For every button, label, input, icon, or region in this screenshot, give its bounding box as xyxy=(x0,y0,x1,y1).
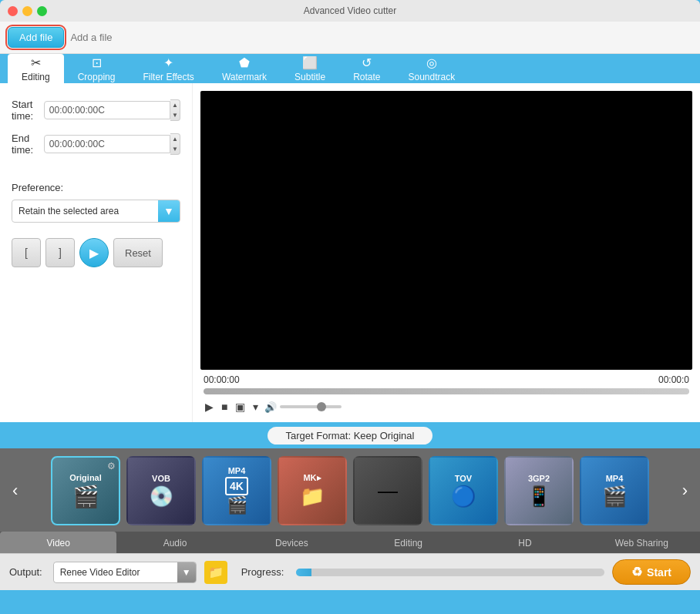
tab-filter-effects[interactable]: ✦ Filter Effects xyxy=(129,54,207,83)
volume-slider[interactable] xyxy=(280,405,342,408)
tab-soundtrack[interactable]: ◎ Soundtrack xyxy=(395,54,469,83)
volume-icon: 🔊 xyxy=(264,401,277,413)
format-item-3gp2[interactable]: 3GP2 📱 xyxy=(504,456,574,525)
format-tab-hd-label: HD xyxy=(518,538,531,549)
format-tab-hd[interactable]: HD xyxy=(466,532,583,553)
format-3gp2-icon: 📱 xyxy=(527,485,551,508)
title-bar: Advanced Video cutter xyxy=(0,0,700,22)
format-3gp2-label: 3GP2 xyxy=(528,474,550,483)
format-mp4-2-icon: 🎬 xyxy=(602,485,627,508)
format-item-mp4-4k[interactable]: MP4 4K 🎬 xyxy=(202,456,271,525)
format-tab-editing-label: Editing xyxy=(394,538,422,549)
format-dark-icon: — xyxy=(378,479,398,503)
screenshot-button[interactable]: ▣ xyxy=(234,399,247,414)
preference-label: Preference: xyxy=(12,182,180,193)
timeline-fill xyxy=(204,388,689,394)
add-file-input[interactable] xyxy=(70,32,692,43)
format-tov-icon: 🔵 xyxy=(451,485,476,508)
progress-bar xyxy=(296,569,604,576)
left-panel: Start time: ▲ ▼ End time: ▲ ▼ Preference… xyxy=(0,83,193,422)
start-button[interactable]: ♻ Start xyxy=(612,559,691,585)
format-tab-video[interactable]: Video xyxy=(0,532,116,553)
start-time-row: Start time: ▲ ▼ xyxy=(12,99,180,122)
playback-start-time: 00:00:00 xyxy=(204,374,240,385)
reset-button[interactable]: Reset xyxy=(113,238,163,267)
format-tab-web-sharing[interactable]: Web Sharing xyxy=(584,532,700,553)
progress-bar-fill xyxy=(296,569,311,576)
timeline-bar[interactable] xyxy=(204,388,689,394)
start-time-input[interactable] xyxy=(44,101,170,119)
output-arrow-button[interactable]: ▼ xyxy=(177,562,196,582)
cut-start-button[interactable]: [ xyxy=(12,238,41,267)
format-item-original[interactable]: ⚙ Original 🎬 xyxy=(51,456,120,525)
format-item-mkv[interactable]: MK▸ 📁 xyxy=(278,456,347,525)
target-format-bar: Target Format: Keep Original xyxy=(0,422,700,448)
tab-watermark[interactable]: ⬟ Watermark xyxy=(208,54,281,83)
tab-editing[interactable]: ✂ Editing xyxy=(8,54,64,83)
cut-start-icon: [ xyxy=(25,247,28,259)
preference-select[interactable]: Retain the selected area Delete the sele… xyxy=(12,202,158,220)
time-display-row: 00:00:00 00:00:0 xyxy=(204,374,689,385)
carousel-next-button[interactable]: › xyxy=(678,481,692,501)
format-vob-icon: 💿 xyxy=(149,485,173,508)
cut-end-icon: ] xyxy=(59,247,62,259)
format-tab-devices[interactable]: Devices xyxy=(234,532,350,553)
tab-soundtrack-label: Soundtrack xyxy=(409,72,456,82)
format-item-dark[interactable]: — xyxy=(353,456,422,525)
editing-icon: ✂ xyxy=(31,55,41,70)
tab-rotate-label: Rotate xyxy=(353,72,380,82)
format-original-icon: 🎬 xyxy=(72,484,99,509)
format-mkv-icon: 📁 xyxy=(300,485,325,508)
bottom-bar: Output: Renee Video Editor ▼ 📁 Progress:… xyxy=(0,553,700,590)
cut-end-button[interactable]: ] xyxy=(45,238,75,267)
tab-cropping[interactable]: ⊡ Cropping xyxy=(64,54,130,83)
volume-control: 🔊 xyxy=(264,401,342,413)
close-button[interactable] xyxy=(8,6,18,16)
tab-editing-label: Editing xyxy=(22,72,50,82)
format-item-tov[interactable]: TOV 🔵 xyxy=(429,456,498,525)
end-time-input[interactable] xyxy=(44,135,170,153)
watermark-icon: ⬟ xyxy=(239,55,250,70)
format-mp4-4k-label: MP4 xyxy=(228,466,246,475)
add-file-button[interactable]: Add file xyxy=(8,27,64,48)
stop-button[interactable]: ■ xyxy=(220,399,229,414)
format-item-vob[interactable]: VOB 💿 xyxy=(126,456,196,525)
format-4k-badge: 4K xyxy=(225,477,248,495)
format-tab-audio[interactable]: Audio xyxy=(116,532,233,553)
nav-tabs: ✂ Editing ⊡ Cropping ✦ Filter Effects ⬟ … xyxy=(0,54,700,83)
preference-arrow-button[interactable]: ▼ xyxy=(158,200,180,222)
folder-icon: 📁 xyxy=(208,565,224,579)
filter-icon: ✦ xyxy=(163,55,173,70)
tab-subtitle-label: Subtitle xyxy=(294,72,325,82)
format-tab-devices-label: Devices xyxy=(275,538,308,549)
minimize-button[interactable] xyxy=(22,6,32,16)
play-cut-button[interactable]: ▶ xyxy=(79,238,109,267)
output-select-wrapper: Renee Video Editor ▼ xyxy=(53,562,197,583)
format-mkv-label: MK▸ xyxy=(303,473,321,483)
start-icon: ♻ xyxy=(631,565,642,579)
output-select[interactable]: Renee Video Editor xyxy=(54,564,177,581)
play-cut-icon: ▶ xyxy=(89,246,99,260)
play-button[interactable]: ▶ xyxy=(204,399,215,414)
start-time-spinner[interactable]: ▲ ▼ xyxy=(170,99,180,121)
carousel-prev-button[interactable]: ‹ xyxy=(8,481,22,501)
video-panel: 00:00:00 00:00:0 ▶ ■ ▣ ▾ 🔊 xyxy=(193,83,700,422)
tab-filter-label: Filter Effects xyxy=(143,72,194,82)
end-time-spinner[interactable]: ▲ ▼ xyxy=(170,133,180,155)
format-carousel: ‹ ⚙ Original 🎬 VOB 💿 MP4 4K 🎬 MK▸ xyxy=(0,456,700,525)
tab-cropping-label: Cropping xyxy=(78,72,116,82)
tab-watermark-label: Watermark xyxy=(222,72,267,82)
maximize-button[interactable] xyxy=(37,6,47,16)
format-item-mp4-2[interactable]: MP4 🎬 xyxy=(580,456,649,525)
end-time-row: End time: ▲ ▼ xyxy=(12,133,180,156)
tab-rotate[interactable]: ↺ Rotate xyxy=(339,54,394,83)
format-tab-editing[interactable]: Editing xyxy=(350,532,466,553)
tab-subtitle[interactable]: ⬜ Subtitle xyxy=(281,54,339,83)
format-tab-web-sharing-label: Web Sharing xyxy=(615,538,668,549)
format-vob-label: VOB xyxy=(152,474,170,483)
folder-button[interactable]: 📁 xyxy=(204,561,227,584)
rotate-icon: ↺ xyxy=(362,55,372,70)
options-dropdown-button[interactable]: ▾ xyxy=(251,399,260,414)
target-format-label: Target Format: Keep Original xyxy=(286,430,415,441)
output-label: Output: xyxy=(9,566,42,578)
